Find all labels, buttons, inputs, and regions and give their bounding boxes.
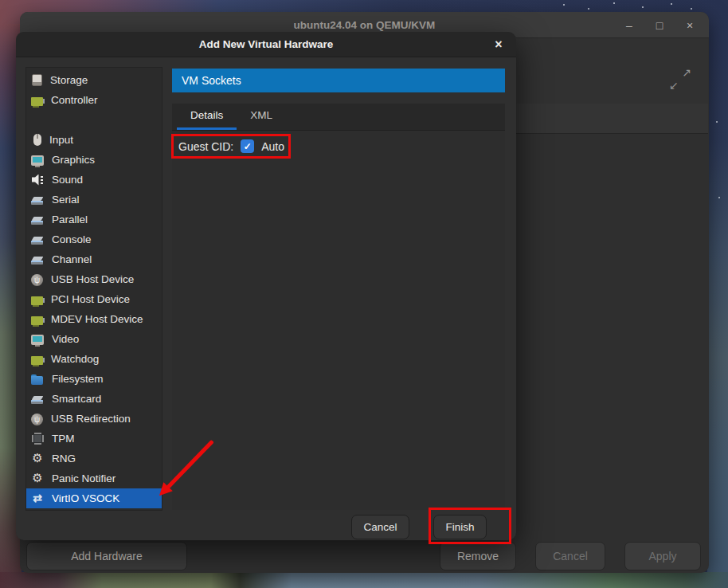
pci-card-icon (31, 316, 43, 325)
star-dot (718, 197, 720, 198)
serial-icon (31, 214, 44, 226)
apply-button[interactable]: Apply (624, 542, 701, 570)
sidebar-item-video[interactable]: Video (26, 329, 162, 349)
notebook: Details XML Guest CID: ✓ Auto (172, 104, 505, 510)
sidebar-item-label: Serial (52, 194, 80, 206)
sidebar-item-label: Watchdog (51, 353, 99, 365)
dialog-content: VM Sockets Details XML Guest CID: ✓ Auto (172, 69, 505, 510)
sidebar-item-label: Video (52, 333, 79, 345)
cancel-button[interactable]: Cancel (351, 515, 409, 539)
finish-button[interactable]: Finish (433, 515, 487, 539)
blank-icon (31, 114, 44, 127)
sidebar-item-label: Sound (52, 174, 83, 186)
sidebar-item-label: Parallel (52, 214, 88, 225)
serial-icon (31, 393, 44, 406)
sidebar-item-controller[interactable]: Controller (26, 90, 162, 110)
sidebar-item-label: Input (49, 134, 73, 146)
pci-card-icon (31, 97, 43, 106)
sidebar-item-smartcard[interactable]: Smartcard (26, 389, 162, 409)
sidebar-item-panic-notifier[interactable]: Panic Notifier (26, 468, 162, 488)
gear-icon (31, 453, 44, 465)
add-hardware-dialog: Add New Virtual Hardware × Storage Contr… (16, 32, 516, 540)
dialog-close-button[interactable]: × (489, 35, 508, 54)
pci-card-icon (31, 356, 43, 365)
page-title: VM Sockets (172, 69, 505, 92)
star-dot (671, 3, 672, 5)
gear-icon (31, 472, 44, 485)
sidebar-item-rng[interactable]: RNG (26, 449, 162, 468)
sidebar-item-graphics[interactable]: Graphics (26, 150, 162, 170)
disk-icon (32, 74, 42, 86)
sidebar-item-label: RNG (52, 453, 76, 465)
tab-bar: Details XML (172, 104, 505, 131)
star-dot (563, 4, 565, 6)
speaker-icon (31, 174, 44, 186)
star-dot (716, 121, 718, 123)
monitor-icon (31, 155, 44, 166)
auto-checkbox-label: Auto (261, 140, 284, 153)
details-page: Guest CID: ✓ Auto (172, 131, 505, 162)
sidebar-item-channel[interactable]: Channel (26, 249, 162, 269)
window-close-button[interactable]: × (680, 16, 699, 35)
fullscreen-expand-icon[interactable]: ↗ ↙ (669, 68, 691, 90)
desktop-wallpaper-right (707, 11, 728, 588)
arrows-icon (31, 492, 44, 505)
sidebar-item-console[interactable]: Console (26, 229, 162, 249)
desktop-wallpaper-bottom (0, 572, 728, 588)
star-dot (642, 6, 644, 8)
window-title: ubuntu24.04 on QEMU/KVM (294, 19, 436, 31)
sidebar-item-tpm[interactable]: TPM (26, 429, 162, 449)
sidebar-item-label: Storage (50, 74, 88, 86)
sidebar-item-label: USB Host Device (51, 273, 134, 285)
star-dot (613, 2, 615, 4)
dialog-title: Add New Virtual Hardware (199, 38, 334, 50)
sidebar-item-label: Channel (52, 253, 92, 265)
dialog-titlebar[interactable]: Add New Virtual Hardware × (16, 32, 516, 57)
pci-card-icon (31, 296, 43, 305)
guest-cid-row: Guest CID: ✓ Auto (178, 136, 499, 156)
maximize-button[interactable]: □ (650, 16, 669, 35)
serial-icon (31, 233, 44, 246)
hardware-type-list: Storage Controller Input Graphics (25, 67, 162, 511)
sidebar-item-serial[interactable]: Serial (26, 190, 162, 210)
usb-icon (31, 414, 43, 425)
sidebar-item-label: PCI Host Device (51, 293, 130, 305)
sidebar-item-filesystem[interactable]: Filesystem (26, 369, 162, 389)
minimize-button[interactable]: – (620, 16, 639, 35)
window-controls: – □ × (620, 12, 699, 38)
vm-window-footer: Add Hardware Remove Cancel Apply (20, 542, 709, 570)
vm-cancel-button[interactable]: Cancel (535, 542, 605, 570)
sidebar-item-label: VirtIO VSOCK (52, 492, 119, 504)
serial-icon (31, 194, 44, 206)
auto-checkbox[interactable]: ✓ (241, 139, 254, 153)
tab-xml[interactable]: XML (237, 104, 286, 130)
folder-icon (31, 373, 44, 386)
sidebar-item-label: MDEV Host Device (51, 313, 143, 325)
sidebar-item-mdev-host-device[interactable]: MDEV Host Device (26, 309, 162, 329)
sidebar-item-input[interactable]: Input (26, 130, 162, 150)
sidebar-item-virtio-vsock[interactable]: VirtIO VSOCK (26, 488, 162, 508)
sidebar-item-sound[interactable]: Sound (26, 170, 162, 190)
monitor-icon (31, 335, 44, 345)
sidebar-item-label: TPM (52, 433, 75, 445)
sidebar-item-label: USB Redirection (51, 413, 131, 425)
sidebar-item-blank (26, 110, 162, 130)
sidebar-item-label: Graphics (52, 154, 95, 166)
tab-details[interactable]: Details (177, 104, 237, 130)
usb-icon (31, 274, 43, 286)
star-dot (588, 8, 589, 10)
sidebar-item-usb-host-device[interactable]: USB Host Device (26, 269, 162, 289)
add-hardware-button[interactable]: Add Hardware (26, 542, 187, 570)
sidebar-item-parallel[interactable]: Parallel (26, 210, 162, 229)
star-dot (691, 8, 692, 10)
sidebar-item-storage[interactable]: Storage (26, 70, 162, 90)
sidebar-item-label: Console (52, 233, 92, 245)
sidebar-item-watchdog[interactable]: Watchdog (26, 349, 162, 369)
sidebar-item-label: Smartcard (52, 393, 101, 405)
sidebar-item-label: Panic Notifier (52, 472, 115, 484)
sidebar-item-label: Controller (51, 94, 98, 106)
remove-button[interactable]: Remove (440, 542, 516, 570)
sidebar-item-pci-host-device[interactable]: PCI Host Device (26, 289, 162, 309)
sidebar-item-usb-redirection[interactable]: USB Redirection (26, 409, 162, 429)
mouse-icon (33, 134, 41, 146)
